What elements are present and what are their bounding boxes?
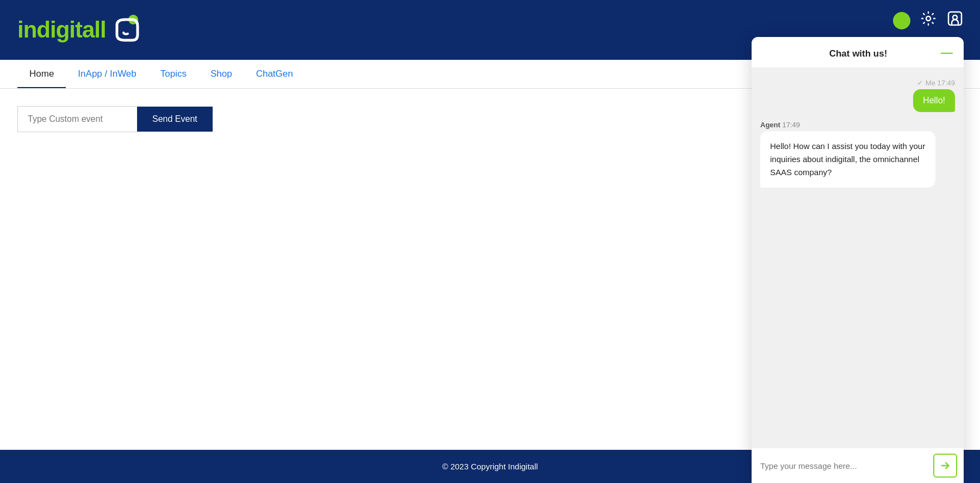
message-meta-me: ✓ Me 17:49 [917, 79, 955, 87]
floating-icons [893, 10, 964, 31]
custom-event-input[interactable] [17, 106, 137, 132]
nav-item-inapp[interactable]: InApp / InWeb [66, 60, 148, 88]
chat-messages: ✓ Me 17:49 Hello! Agent 17:49 Hello! How… [752, 68, 964, 448]
message-bubble-me: Hello! [913, 89, 955, 112]
chat-header: Chat with us! — [752, 37, 964, 68]
nav-item-chatgen[interactable]: ChatGen [244, 60, 305, 88]
nav-item-shop[interactable]: Shop [199, 60, 244, 88]
agent-time: 17:49 [782, 121, 800, 129]
message-row-agent: Agent 17:49 Hello! How can I assist you … [760, 121, 955, 188]
chat-title: Chat with us! [776, 48, 941, 59]
message-meta-agent: Agent 17:49 [760, 121, 800, 129]
chat-widget: Chat with us! — ✓ Me 17:49 Hello! Agent … [752, 37, 964, 483]
chat-input-area [752, 448, 964, 483]
chat-send-button[interactable] [933, 454, 957, 478]
message-sender-me: ✓ [917, 79, 923, 87]
logo-icon [111, 14, 143, 46]
message-time-me: Me 17:49 [926, 79, 955, 87]
agent-name: Agent [760, 121, 780, 129]
footer-text: © 2023 Copyright Indigitall [442, 462, 538, 471]
chat-message-input[interactable] [758, 457, 929, 475]
send-icon [939, 460, 951, 472]
logo-text: indigitall [17, 17, 106, 43]
nav-item-topics[interactable]: Topics [148, 60, 199, 88]
nav-item-home[interactable]: Home [17, 60, 66, 88]
user-icon[interactable] [946, 10, 964, 31]
chat-minimize-button[interactable]: — [941, 47, 953, 61]
svg-point-3 [953, 15, 957, 20]
svg-rect-2 [948, 12, 962, 25]
logo-area: indigitall [17, 14, 143, 46]
svg-point-1 [926, 16, 931, 21]
settings-icon[interactable] [920, 10, 936, 30]
message-row-me: ✓ Me 17:49 Hello! [760, 79, 955, 112]
user-status-dot [893, 12, 910, 29]
send-event-button[interactable]: Send Event [137, 107, 213, 132]
message-bubble-agent: Hello! How can I assist you today with y… [760, 131, 935, 188]
